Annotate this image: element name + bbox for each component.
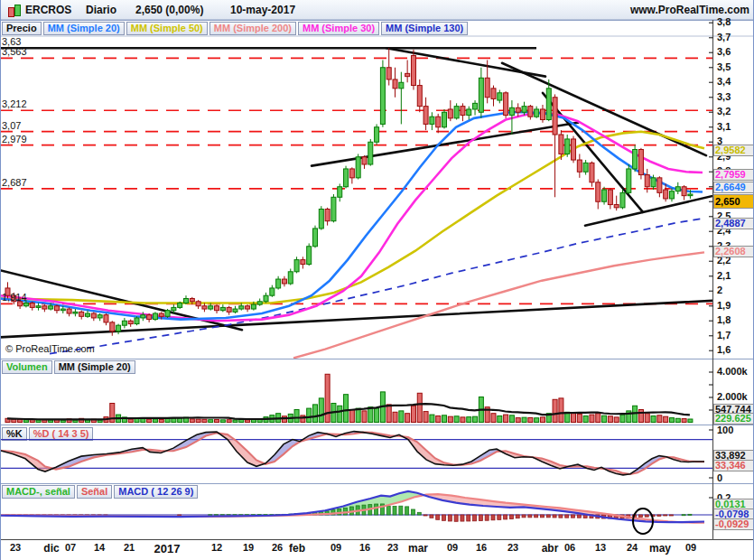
chart-canvas[interactable] (0, 0, 754, 560)
stochastic-panel (0, 432, 712, 475)
volume-bars (5, 374, 693, 422)
macd-histogram-bar (504, 515, 507, 519)
macd-histogram-bar (454, 515, 458, 521)
candlestick-series (5, 48, 693, 335)
macd-histogram-bar (540, 515, 544, 518)
price-panel (0, 48, 754, 358)
macd-histogram-bar (430, 515, 433, 518)
volume-panel (5, 374, 693, 422)
macd-histogram-bar (516, 515, 519, 518)
macd-histogram-bar (479, 515, 482, 521)
mm50-line (0, 132, 704, 303)
macd-histogram-bar (467, 515, 470, 521)
macd-histogram-bar (577, 515, 581, 518)
x-axis-label: 09 (671, 542, 711, 553)
x-axis-label: 2017 (147, 542, 187, 555)
macd-histogram-bar (638, 515, 642, 518)
macd-histogram-bar (399, 506, 403, 515)
macd-histogram-bar (528, 515, 532, 518)
macd-histogram-bar (448, 515, 451, 521)
macd-histogram-bar (485, 515, 489, 520)
macd-histogram-bar (522, 515, 526, 518)
x-axis-label: 23 (493, 542, 533, 553)
macd-histogram-bar (375, 504, 378, 515)
macd-histogram-bar (565, 515, 569, 518)
macd-histogram-bar (572, 515, 575, 518)
macd-histogram-bar (417, 512, 421, 515)
macd-histogram-bar (473, 515, 477, 521)
macd-panel (0, 491, 712, 534)
x-axis-label: 23 (0, 542, 35, 553)
macd-histogram-bar (405, 507, 409, 515)
macd-histogram-bar (657, 515, 661, 516)
x-axis-label: feb (277, 542, 317, 555)
macd-histogram-bar (682, 515, 685, 516)
macd-histogram-bar (535, 515, 538, 518)
mm20-line (0, 112, 703, 319)
chart-application: ERCROS Diario 2,650 (0,00%) 10-may-2017 … (0, 0, 754, 560)
macd-histogram-bar (664, 515, 667, 516)
x-axis-label: 21 (109, 542, 149, 553)
macd-histogram-bar (442, 515, 446, 520)
macd-histogram-bar (424, 515, 427, 516)
left-window-border (0, 0, 1, 560)
macd-histogram-bar (688, 514, 692, 515)
macd-histogram-bar (546, 515, 550, 518)
macd-histogram-bar (491, 515, 495, 520)
x-axis[interactable]: 23dic0714212017121926feb091623mar091623a… (0, 540, 754, 560)
macd-histogram-bar (645, 515, 648, 517)
macd-histogram-bar (553, 515, 556, 518)
macd-histogram-bar (436, 515, 440, 519)
mm130-line (50, 219, 704, 354)
provider-watermark: © ProRealTime.com (5, 343, 95, 354)
macd-histogram-bar (509, 515, 513, 519)
macd-histogram-bar (411, 509, 414, 515)
macd-histogram-bar (559, 515, 563, 518)
macd-histogram-bar (386, 506, 390, 515)
macd-histogram-bar (498, 515, 501, 519)
trendline (312, 123, 578, 166)
macd-histogram-bar (461, 515, 464, 521)
macd-histogram-bar (669, 515, 673, 516)
macd-histogram-bar (393, 507, 396, 515)
